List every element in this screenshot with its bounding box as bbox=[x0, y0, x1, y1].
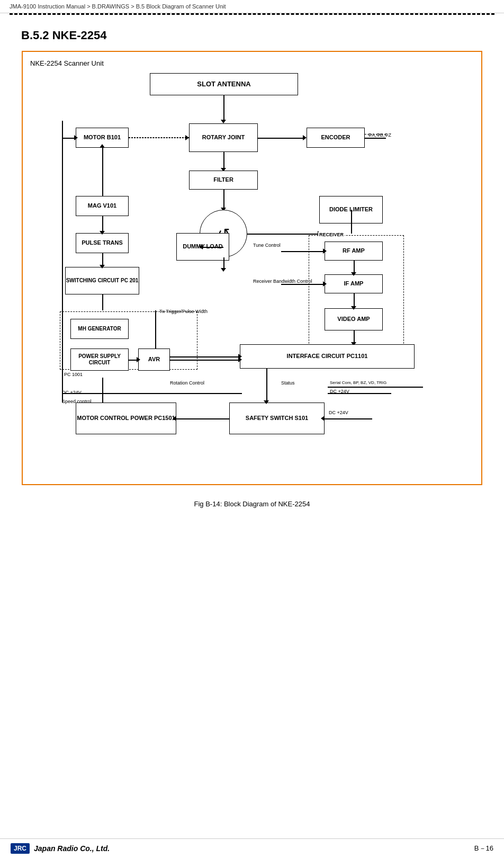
line-mc-up bbox=[62, 394, 63, 403]
line-motor-to-rotary bbox=[129, 138, 189, 138]
filter-block: FILTER bbox=[189, 171, 258, 190]
if-amp-block: IF AMP bbox=[325, 274, 383, 293]
jrc-label: JRC bbox=[11, 843, 30, 854]
tune-control-label: Tune Control bbox=[253, 243, 281, 248]
page-number: B－16 bbox=[474, 844, 493, 853]
line-circ-to-dummy-h bbox=[203, 247, 223, 248]
arrow-bw-control bbox=[323, 281, 327, 287]
line-diode-v bbox=[351, 210, 352, 234]
arrow-rotary-to-encoder bbox=[303, 135, 307, 140]
mag-block: MAG V101 bbox=[76, 196, 129, 216]
line-mc-to-motor bbox=[102, 378, 103, 403]
arrow-circ-to-dummy-h bbox=[199, 244, 203, 249]
line-mc-to-ss bbox=[176, 418, 229, 419]
arrow-power-to-avr bbox=[137, 357, 140, 362]
status-label: Status bbox=[281, 380, 295, 386]
arrow-pulse-to-switching bbox=[100, 265, 105, 269]
rotation-control-label: Rotation Control bbox=[170, 380, 204, 386]
line-rotary-to-filter bbox=[223, 152, 224, 170]
slot-antenna-block: SLOT ANTENNA bbox=[150, 73, 298, 95]
line-mag-up bbox=[102, 148, 103, 196]
encoder-block: ENCODER bbox=[307, 128, 365, 148]
arrow-mag-to-pulse bbox=[100, 231, 105, 235]
line-filter-to-circ bbox=[223, 190, 224, 210]
arrow-tune-control bbox=[323, 248, 327, 254]
line-slot-to-rotary bbox=[223, 95, 224, 122]
section-title: B.5.2 NKE-2254 bbox=[21, 29, 483, 42]
motor-control-block: MOTOR CONTROL POWER PC1501 bbox=[76, 403, 176, 434]
line-switching-down bbox=[102, 294, 103, 310]
footer-logo: JRC Japan Radio Co., Ltd. bbox=[11, 843, 110, 854]
line-bw-control bbox=[281, 284, 325, 285]
safety-switch-block: SAFETY SWITCH S101 bbox=[229, 403, 325, 434]
line-bottom-3 bbox=[328, 393, 391, 394]
arrow-motor-rotary bbox=[185, 135, 189, 140]
interface-circuit-block: INTERFACE CIRCUIT PC1101 bbox=[240, 344, 415, 369]
arrow-slot-to-rotary bbox=[221, 120, 226, 123]
footer: JRC Japan Radio Co., Ltd. B－16 bbox=[0, 838, 504, 858]
dashed-encoder-right bbox=[365, 134, 386, 135]
arrow-if-to-video bbox=[351, 306, 356, 310]
line-iface-down bbox=[266, 369, 267, 403]
main-content: B.5.2 NKE-2254 NKE-2254 Scanner Unit SLO… bbox=[0, 15, 504, 513]
line-bottom-1 bbox=[62, 393, 242, 394]
rf-amp-block: RF AMP bbox=[325, 242, 383, 261]
serial-com-label: Serial Com, BP, BZ, VD, TRIG bbox=[330, 380, 386, 385]
rotary-joint-block: ROTARY JOINT bbox=[189, 123, 258, 152]
dc24v-label-3: DC +24V bbox=[329, 410, 348, 415]
arrow-mag-up bbox=[100, 144, 105, 148]
phi-label: ΦA,ΦB,ΦZ bbox=[368, 132, 391, 138]
company-name: Japan Radio Co., Ltd. bbox=[34, 844, 110, 853]
speed-control-label: Speed control bbox=[62, 399, 92, 404]
power-supply-block: POWER SUPPLY CIRCUIT bbox=[70, 348, 129, 371]
receiver-label: RECEIVER bbox=[318, 232, 345, 237]
arrow-circ-to-dummy bbox=[221, 268, 226, 272]
avr-block: AVR bbox=[138, 348, 170, 371]
pulse-trans-block: PULSE TRANS bbox=[76, 233, 129, 253]
arrow-avr-right bbox=[238, 357, 242, 362]
line-avr-right bbox=[170, 360, 240, 361]
line-circ-to-diode bbox=[247, 234, 319, 235]
arrow-motor-left bbox=[74, 135, 78, 140]
breadcrumb: JMA-9100 Instruction Manual > B.DRAWINGS… bbox=[0, 0, 504, 13]
line-tune-control bbox=[281, 251, 325, 252]
line-bottom-2 bbox=[328, 387, 423, 388]
line-encoder-right bbox=[365, 138, 386, 139]
caption-text: Fig B-14: Block Diagram of NKE-2254 bbox=[194, 500, 310, 508]
pc1001-label: PC 1001 bbox=[64, 372, 83, 377]
line-dc24-to-ss bbox=[325, 418, 372, 419]
figure-caption: Fig B-14: Block Diagram of NKE-2254 bbox=[21, 500, 483, 508]
switching-circuit-block: SWITCHING CIRCUIT PC 201 bbox=[65, 267, 139, 294]
line-rotary-to-encoder bbox=[258, 138, 304, 139]
video-amp-block: VIDEO AMP bbox=[325, 308, 383, 330]
arrow-iface-down bbox=[264, 400, 269, 404]
dc24v-label-1: DC +24V bbox=[62, 390, 82, 395]
arrow-rf-to-if bbox=[351, 272, 356, 276]
dashed-motor-rotary bbox=[129, 137, 189, 138]
line-mc-up2 bbox=[62, 121, 63, 394]
diagram-wrapper: NKE-2254 Scanner Unit SLOT ANTENNA ROTAR… bbox=[22, 51, 482, 485]
arrow-mc-to-ss bbox=[173, 416, 176, 421]
arrow-dc24-to-ss bbox=[321, 416, 325, 421]
diagram-title: NKE-2254 Scanner Unit bbox=[30, 59, 474, 67]
mh-generator-block: MH GENERATOR bbox=[70, 319, 129, 339]
